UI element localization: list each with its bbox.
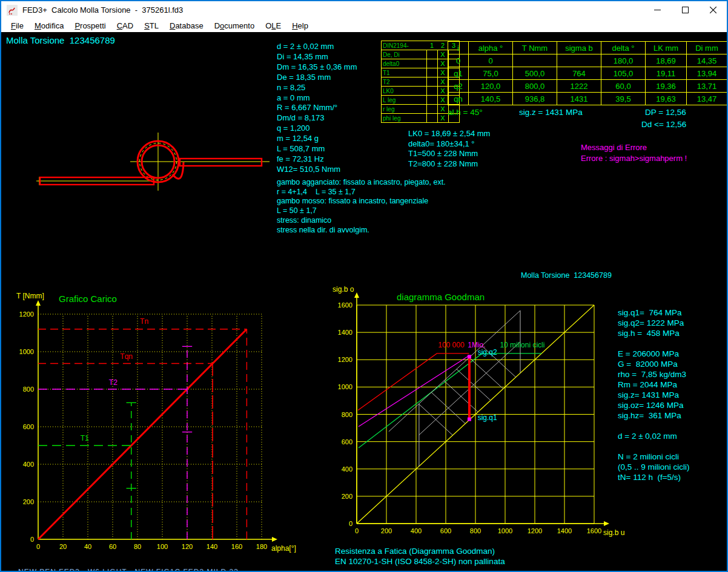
chart-grafico-carico: 0204060801001201401601800200400600800100…	[16, 292, 296, 553]
text-line: a = 0 mm	[277, 93, 357, 104]
din-mark-cell: X	[437, 87, 448, 96]
text-line: T1=500 ± 228 Nmm	[408, 149, 490, 159]
svg-text:160: 160	[231, 543, 242, 550]
sigz-value: sig.z = 1431 MPa	[519, 108, 583, 117]
status-line-clipped: NEW PEN FED3 W6 LIGHT NEW FIG1C FED3 MIL…	[18, 568, 239, 572]
menu-item-cad[interactable]: CAD	[111, 20, 139, 31]
menu-item-ole[interactable]: OLE	[260, 20, 286, 31]
close-icon	[710, 7, 716, 13]
minimize-icon	[654, 10, 661, 10]
series-costruzione-goodman	[444, 381, 478, 412]
table-cell: 1431	[557, 93, 601, 105]
svg-text:1400: 1400	[557, 527, 572, 534]
text-line: q = 1,200	[277, 123, 357, 134]
svg-text:20: 20	[59, 543, 67, 550]
text-line: sig.q2= 1222 MPa	[618, 318, 690, 328]
text-line: Dm = 16,35 ± 0,36 mm	[277, 62, 357, 73]
din-row-label: L leg	[382, 96, 427, 105]
svg-text:1000: 1000	[338, 383, 352, 390]
svg-text:40: 40	[84, 543, 91, 550]
table-cell	[513, 54, 557, 67]
din-mark-cell	[426, 50, 437, 59]
table-cell: 800,0	[513, 80, 557, 93]
din-mark-cell: X	[437, 59, 448, 68]
svg-text:0: 0	[349, 520, 352, 527]
results-table-header: alpha °	[469, 42, 513, 54]
table-cell: 75,0	[469, 67, 513, 80]
text-line: N = 2 milioni cicli	[618, 452, 690, 462]
table-cell: 60,0	[601, 80, 646, 93]
text-line: stress: dinamico	[277, 216, 446, 226]
table-row: qn140,5936,8143139,519,6313,47	[448, 93, 727, 105]
text-line: De = 18,35 mm	[277, 73, 357, 83]
svg-text:180: 180	[256, 543, 267, 550]
minimize-button[interactable]	[643, 1, 671, 19]
svg-text:120: 120	[182, 543, 193, 550]
din-mark-cell	[426, 105, 437, 114]
menu-item-stl[interactable]: STL	[139, 20, 164, 31]
window-title: FED3+ Calcolo Molla Torsione - 375261l.f…	[22, 5, 643, 15]
table-row: q175,0500,0764105,019,1113,94	[448, 67, 727, 80]
din-mark-cell: X	[437, 96, 448, 105]
series-limite-100000-cicli	[358, 353, 469, 410]
menu-item-documento[interactable]: Documento	[209, 20, 260, 31]
spring-drawing	[36, 133, 270, 191]
din-mark-cell: X	[437, 50, 448, 59]
menu-item-database[interactable]: Database	[164, 20, 209, 31]
din-mark-cell: X	[437, 68, 448, 77]
menu-item-help[interactable]: Help	[286, 20, 314, 31]
table-cell: 13,47	[687, 93, 727, 105]
text-line: delta0= 180±34,1 °	[408, 139, 490, 150]
series-costruzione-goodman	[469, 358, 503, 389]
svg-text:1200: 1200	[19, 311, 34, 318]
text-line: m = 12,54 g	[277, 134, 357, 144]
text-line: rho = 7,85 kg/dm3	[618, 369, 690, 380]
app-icon	[7, 5, 18, 16]
svg-text:1600: 1600	[587, 527, 601, 534]
din-table-col-header: 2	[437, 41, 448, 50]
text-line: R = 6,667 Nmm/°	[277, 103, 357, 113]
maximize-button[interactable]	[671, 1, 699, 19]
table-cell	[557, 54, 601, 67]
svg-text:400: 400	[411, 527, 422, 534]
menu-item-prospetti[interactable]: Prospetti	[69, 20, 111, 31]
svg-text:1400: 1400	[338, 329, 352, 336]
text-line: gambo agganciato: fissato a incastro, pi…	[277, 178, 446, 188]
text-line: Di = 14,35 mm	[277, 52, 357, 62]
svg-text:sig.b o: sig.b o	[333, 285, 354, 294]
results-table: ialpha °T Nmmsigma bdelta °LK mmDi mm001…	[448, 41, 727, 105]
table-row: 00180,018,6914,35	[448, 54, 727, 67]
menu-item-file[interactable]: File	[5, 20, 29, 31]
svg-text:800: 800	[23, 386, 34, 393]
svg-text:0: 0	[30, 536, 34, 543]
svg-text:200: 200	[342, 493, 352, 500]
text-line: sig.z= 1431 MPa	[618, 390, 690, 400]
series-retta-45-gradi	[357, 305, 594, 524]
text-line: r = 4+1,4 L = 35 ± 1,7	[277, 188, 446, 197]
din-mark-cell	[426, 114, 437, 123]
page-title: Molla Torsione 123456789	[6, 35, 115, 45]
din-row-label: delta0	[382, 59, 427, 68]
din-mark-cell	[426, 77, 437, 87]
series-costruzione-goodman	[457, 369, 491, 401]
svg-text:T [Nmm]: T [Nmm]	[16, 292, 44, 300]
close-button[interactable]	[699, 1, 727, 19]
tolerance-values: LK0 = 18,69 ± 2,54 mmdelta0= 180±34,1 °T…	[408, 129, 490, 169]
din-mark-cell: X	[437, 114, 448, 123]
results-table-header: Di mm	[687, 42, 727, 54]
leg-description: gambo agganciato: fissato a incastro, pi…	[277, 178, 446, 235]
series-costruzione-goodman	[389, 311, 520, 432]
text-line: stress nella dir. di avvolgim.	[277, 226, 446, 235]
marker-marcatori-sig-q	[468, 418, 471, 421]
svg-text:1200: 1200	[338, 356, 352, 363]
table-cell: qn	[448, 93, 469, 105]
results-table-header: delta °	[601, 42, 646, 54]
table-cell: 19,36	[646, 80, 687, 93]
chart-diagramma-goodman: 0200400600800100012001400160002004006008…	[333, 285, 624, 537]
app-window: FED3+ Calcolo Molla Torsione - 375261l.f…	[0, 0, 728, 572]
svg-text:600: 600	[23, 423, 34, 430]
table-cell: 105,0	[601, 67, 646, 80]
dp-value: DP = 12,56	[645, 108, 686, 117]
text-line: LK0 = 18,69 ± 2,54 mm	[408, 129, 490, 139]
menu-item-modifica[interactable]: Modifica	[29, 20, 69, 31]
